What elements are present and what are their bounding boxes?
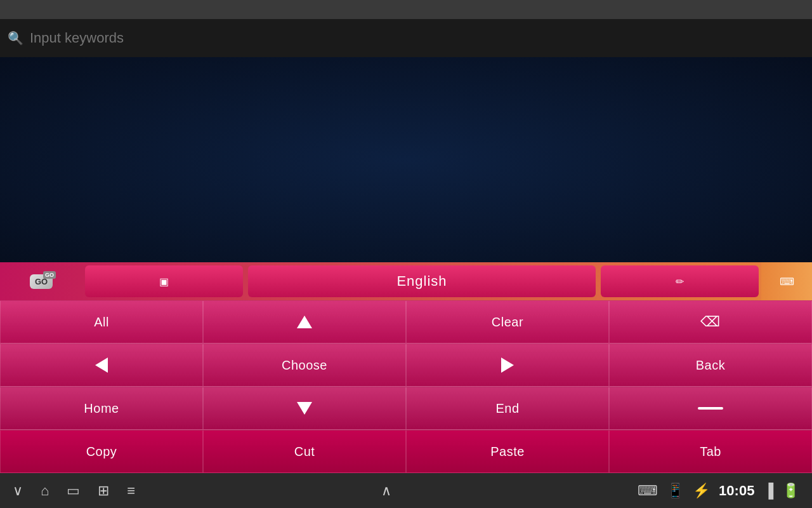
search-bar: 🔍 bbox=[0, 19, 812, 57]
keyboard-toggle-button[interactable]: ⌨ bbox=[761, 262, 812, 300]
top-bar bbox=[0, 0, 812, 19]
pencil-icon: ✏ bbox=[676, 276, 684, 288]
all-key[interactable]: All bbox=[0, 300, 203, 344]
nav-right: ⌨ 📱 ⚡ 10:05 ▐ 🔋 bbox=[638, 483, 799, 499]
nav-recent[interactable]: ▭ bbox=[67, 483, 80, 499]
tab-key[interactable]: Tab bbox=[609, 430, 812, 473]
pencil-button[interactable]: ✏ bbox=[601, 265, 759, 297]
home-key[interactable]: Home bbox=[0, 387, 203, 430]
go-button[interactable]: GO GO bbox=[0, 262, 82, 300]
back-key[interactable]: Back bbox=[609, 344, 812, 387]
end-key[interactable]: End bbox=[406, 387, 609, 430]
key-row-3: Home End bbox=[0, 387, 812, 430]
nav-battery-icon: 🔋 bbox=[782, 483, 799, 499]
nav-menu[interactable]: ≡ bbox=[127, 483, 135, 499]
space-bar-icon bbox=[698, 407, 723, 410]
clear-key[interactable]: Clear bbox=[406, 300, 609, 344]
copy-label: Copy bbox=[86, 444, 117, 459]
left-arrow-icon bbox=[95, 358, 108, 373]
english-button[interactable]: English bbox=[248, 265, 596, 297]
nav-grid[interactable]: ⊞ bbox=[98, 483, 109, 499]
back-label: Back bbox=[696, 358, 725, 373]
backspace-key[interactable]: ⌫ bbox=[609, 300, 812, 344]
clear-label: Clear bbox=[492, 315, 523, 330]
layout-icon: ▣ bbox=[159, 276, 169, 288]
go-badge: GO GO bbox=[30, 274, 53, 289]
nav-time: 10:05 bbox=[719, 483, 754, 499]
key-row-2: Choose Back bbox=[0, 344, 812, 387]
tab-label: Tab bbox=[700, 444, 721, 459]
copy-key[interactable]: Copy bbox=[0, 430, 203, 473]
all-label: All bbox=[94, 315, 109, 330]
search-icon: 🔍 bbox=[8, 30, 23, 46]
down-key[interactable] bbox=[203, 387, 406, 430]
cut-label: Cut bbox=[294, 444, 315, 459]
content-area bbox=[0, 57, 812, 262]
key-row-4: Copy Cut Paste Tab bbox=[0, 430, 812, 473]
layout-button[interactable]: ▣ bbox=[85, 265, 243, 297]
paste-key[interactable]: Paste bbox=[406, 430, 609, 473]
go-sub: GO bbox=[43, 271, 56, 279]
search-input[interactable] bbox=[30, 30, 804, 46]
home-label: Home bbox=[84, 401, 119, 416]
nav-chevron-up: ∧ bbox=[381, 483, 391, 498]
key-row-1: All Clear ⌫ bbox=[0, 300, 812, 344]
nav-sim-icon: 📱 bbox=[667, 483, 684, 499]
choose-label: Choose bbox=[282, 358, 327, 373]
paste-label: Paste bbox=[490, 444, 525, 459]
up-key[interactable] bbox=[203, 300, 406, 344]
choose-key[interactable]: Choose bbox=[203, 344, 406, 387]
space-key[interactable] bbox=[609, 387, 812, 430]
nav-keyboard-icon[interactable]: ⌨ bbox=[638, 483, 658, 499]
cut-key[interactable]: Cut bbox=[203, 430, 406, 473]
up-arrow-icon bbox=[297, 316, 312, 328]
nav-chevron-down[interactable]: ∨ bbox=[13, 483, 23, 499]
down-arrow-icon bbox=[297, 402, 312, 415]
keyboard-toolbar: GO GO ▣ English ✏ ⌨ bbox=[0, 262, 812, 300]
nav-bar: ∨ ⌂ ▭ ⊞ ≡ ∧ ⌨ 📱 ⚡ 10:05 ▐ 🔋 bbox=[0, 473, 812, 508]
nav-signal-icon: ▐ bbox=[763, 483, 773, 499]
nav-left: ∨ ⌂ ▭ ⊞ ≡ bbox=[13, 483, 135, 499]
left-key[interactable] bbox=[0, 344, 203, 387]
english-label: English bbox=[396, 273, 447, 290]
keyboard-keys: All Clear ⌫ Choose Back bbox=[0, 300, 812, 473]
keyboard-area: GO GO ▣ English ✏ ⌨ All Clear bbox=[0, 262, 812, 473]
right-arrow-icon bbox=[501, 358, 514, 373]
backspace-icon: ⌫ bbox=[700, 314, 721, 330]
nav-charging-icon: ⚡ bbox=[693, 483, 710, 499]
nav-home[interactable]: ⌂ bbox=[41, 483, 49, 499]
keyboard-icon: ⌨ bbox=[780, 276, 794, 288]
nav-center[interactable]: ∧ bbox=[381, 483, 391, 499]
end-label: End bbox=[495, 401, 519, 416]
right-key[interactable] bbox=[406, 344, 609, 387]
